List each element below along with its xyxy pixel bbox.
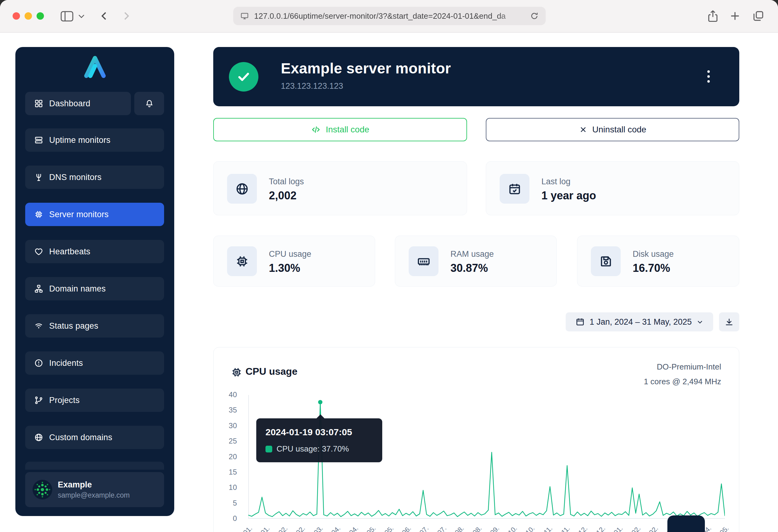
sidebar-item-domain-names[interactable]: Domain names bbox=[25, 277, 164, 300]
chevron-down-icon[interactable] bbox=[78, 14, 85, 18]
disk-icon bbox=[591, 246, 621, 276]
x-icon bbox=[579, 125, 588, 134]
sidebar-item-label: Heartbeats bbox=[49, 247, 90, 257]
sidebar-item-label: DNS monitors bbox=[49, 173, 101, 182]
tab-overview-icon[interactable] bbox=[752, 10, 765, 22]
app-logo[interactable] bbox=[15, 54, 174, 79]
sidebar-item-incidents[interactable]: Incidents bbox=[25, 351, 164, 375]
new-tab-icon[interactable] bbox=[729, 10, 741, 22]
page-icon bbox=[240, 11, 249, 21]
stat-value: 16.70% bbox=[633, 262, 670, 275]
y-axis-label: 5 bbox=[215, 499, 237, 508]
sidebar-item-partial[interactable] bbox=[25, 462, 164, 470]
stat-label: Last log bbox=[541, 177, 570, 186]
notifications-button[interactable] bbox=[134, 92, 164, 115]
highlighted-point[interactable] bbox=[318, 400, 322, 404]
chevron-down-icon bbox=[697, 319, 703, 325]
stat-label: Disk usage bbox=[633, 249, 674, 259]
sidebar-item-custom-domains[interactable]: Custom domains bbox=[25, 426, 164, 449]
stat-value: 1 year ago bbox=[541, 189, 596, 202]
stat-value: 30.87% bbox=[451, 262, 488, 275]
server-specs: 1 cores @ 2,494 MHz bbox=[644, 377, 721, 386]
cpu-usage-chart-card: CPU usage DO-Premium-Intel 1 cores @ 2,4… bbox=[213, 347, 739, 532]
sidebar-item-status-pages[interactable]: Status pages bbox=[25, 314, 164, 338]
share-icon[interactable] bbox=[707, 9, 719, 23]
x-axis-label: 06. 01. bbox=[229, 524, 254, 532]
sidebar: Dashboard Uptime monitors DNS monitors bbox=[15, 47, 174, 516]
stat-card-total-logs: Total logs 2,002 bbox=[213, 161, 467, 215]
y-axis-label: 30 bbox=[215, 422, 237, 430]
sidebar-item-server-monitors[interactable]: Server monitors bbox=[25, 203, 164, 226]
cpu-chip-icon bbox=[34, 209, 44, 219]
download-button[interactable] bbox=[719, 313, 739, 332]
sidebar-item-label: Status pages bbox=[49, 321, 98, 331]
profile-name: Example bbox=[58, 480, 130, 490]
sidebar-nav: Uptime monitors DNS monitors Server moni… bbox=[25, 128, 164, 449]
stat-card-last-log: Last log 1 year ago bbox=[486, 161, 739, 215]
sidebar-item-label: Dashboard bbox=[49, 99, 90, 108]
avatar bbox=[32, 480, 52, 500]
cpu-chip-icon bbox=[231, 366, 242, 379]
minimize-window-button[interactable] bbox=[24, 12, 32, 20]
profile-card[interactable]: Example sample@example.com bbox=[25, 472, 164, 507]
dns-icon bbox=[34, 172, 44, 182]
globe-icon bbox=[34, 433, 44, 442]
stat-card-ram-usage: RAM usage 30.87% bbox=[395, 236, 557, 287]
y-axis-label: 0 bbox=[215, 514, 237, 523]
alert-circle-icon bbox=[34, 358, 44, 368]
sidebar-item-heartbeats[interactable]: Heartbeats bbox=[25, 240, 164, 263]
sidebar-item-projects[interactable]: Projects bbox=[25, 388, 164, 412]
monitor-ip: 123.123.123.123 bbox=[281, 81, 343, 91]
sidebar-item-label: Domain names bbox=[49, 284, 106, 294]
wifi-icon bbox=[34, 321, 44, 331]
date-range-label: 1 Jan, 2024 – 31 May, 2025 bbox=[590, 317, 692, 327]
reload-icon[interactable] bbox=[530, 11, 539, 21]
y-axis-label: 35 bbox=[215, 406, 237, 414]
install-code-button[interactable]: Install code bbox=[213, 118, 467, 141]
chart-y-axis: 0510152025303540 bbox=[214, 395, 243, 519]
kebab-menu-button[interactable] bbox=[702, 66, 715, 87]
series-swatch bbox=[265, 446, 272, 452]
forward-button[interactable] bbox=[121, 10, 132, 22]
sidebar-toggle-icon[interactable] bbox=[60, 11, 74, 22]
address-bar[interactable]: 127.0.0.1/66uptime/server-monitor/3?&sta… bbox=[233, 7, 546, 25]
sidebar-item-label: Projects bbox=[49, 395, 80, 405]
branch-icon bbox=[34, 395, 44, 405]
y-axis-label: 15 bbox=[215, 468, 237, 476]
floating-widget-partial[interactable] bbox=[668, 515, 705, 532]
browser-window: 127.0.0.1/66uptime/server-monitor/3?&sta… bbox=[0, 0, 778, 532]
profile-email: sample@example.com bbox=[58, 491, 130, 500]
stat-label: Total logs bbox=[269, 177, 304, 186]
close-window-button[interactable] bbox=[13, 12, 20, 20]
download-icon bbox=[724, 317, 734, 327]
zoom-window-button[interactable] bbox=[36, 12, 44, 20]
heart-icon bbox=[34, 247, 44, 257]
stat-label: CPU usage bbox=[269, 249, 311, 259]
sidebar-item-uptime-monitors[interactable]: Uptime monitors bbox=[25, 128, 164, 152]
globe-icon bbox=[227, 174, 257, 204]
sidebar-item-label: Custom domains bbox=[49, 433, 112, 442]
chart-x-axis: 06. 01.24. 01.11. 02.29. 02.18. 03.05. 0… bbox=[248, 522, 725, 532]
stat-value: 2,002 bbox=[269, 189, 297, 202]
y-axis-label: 20 bbox=[215, 452, 237, 461]
stat-label: RAM usage bbox=[451, 249, 494, 259]
tooltip-value: CPU usage: 37.70% bbox=[277, 444, 349, 454]
uninstall-code-button[interactable]: Uninstall code bbox=[486, 118, 739, 141]
y-axis-label: 25 bbox=[215, 437, 237, 445]
url-text: 127.0.0.1/66uptime/server-monitor/3?&sta… bbox=[254, 11, 525, 21]
code-icon bbox=[311, 125, 321, 135]
status-check-icon bbox=[229, 62, 258, 92]
sidebar-item-label: Incidents bbox=[49, 358, 83, 368]
y-axis-label: 40 bbox=[215, 390, 237, 399]
chart-title: CPU usage bbox=[245, 366, 297, 377]
sidebar-item-dashboard[interactable]: Dashboard bbox=[25, 92, 131, 115]
monitor-header-card: Example server monitor 123.123.123.123 bbox=[213, 47, 739, 106]
sidebar-item-label: Server monitors bbox=[49, 210, 109, 219]
server-name: DO-Premium-Intel bbox=[657, 362, 721, 372]
back-button[interactable] bbox=[98, 10, 110, 22]
sidebar-item-dns-monitors[interactable]: DNS monitors bbox=[25, 166, 164, 189]
grid-icon bbox=[34, 99, 44, 108]
chart-tooltip: 2024-01-19 03:07:05 CPU usage: 37.70% bbox=[256, 418, 382, 462]
monitor-title: Example server monitor bbox=[281, 60, 451, 77]
date-range-picker[interactable]: 1 Jan, 2024 – 31 May, 2025 bbox=[566, 313, 713, 332]
